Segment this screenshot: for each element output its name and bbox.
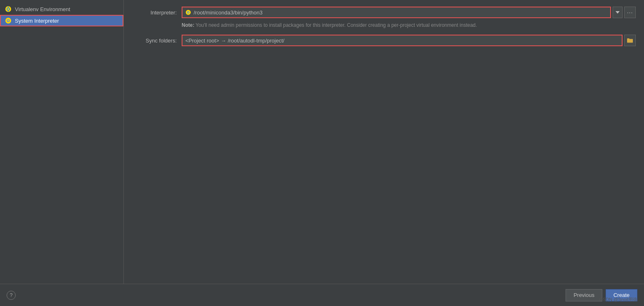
interpreter-input[interactable]: /root/miniconda3/bin/python3	[182, 7, 611, 18]
bottom-bar: ? Previous Create OSDN @Snoil用孩	[0, 284, 644, 306]
svg-point-10	[188, 12, 189, 13]
folder-icon	[627, 38, 633, 43]
dialog-container: Virtualenv Environment System Interprete…	[0, 0, 644, 306]
sidebar-item-virtualenv-label: Virtualenv Environment	[15, 6, 70, 12]
chevron-down-icon	[616, 11, 620, 14]
svg-point-7	[7, 20, 9, 21]
interpreter-more-button[interactable]: ···	[624, 7, 636, 18]
sidebar-item-virtualenv[interactable]: Virtualenv Environment	[0, 3, 123, 15]
previous-label: Previous	[573, 292, 594, 298]
interpreter-label: Interpreter:	[132, 9, 182, 16]
svg-point-4	[8, 11, 9, 12]
sync-path: /root/autodl-tmp/project/	[228, 38, 284, 44]
python-yellow-icon	[5, 17, 12, 24]
sync-label: Sync folders:	[132, 38, 182, 44]
bottom-left: ?	[7, 291, 16, 300]
sidebar: Virtualenv Environment System Interprete…	[0, 0, 124, 306]
note-bold: Note:	[182, 22, 194, 28]
watermark: OSDN @Snoil用孩	[599, 297, 637, 303]
question-mark-icon: ?	[10, 292, 13, 298]
sync-field-container: <Project root> → /root/autodl-tmp/projec…	[182, 35, 636, 46]
sync-separator: →	[221, 38, 226, 44]
sync-browse-button[interactable]	[624, 35, 636, 46]
python-icon	[5, 6, 12, 12]
svg-point-3	[8, 7, 9, 7]
sync-folders-row: Sync folders: <Project root> → /root/aut…	[132, 35, 636, 46]
sync-input[interactable]: <Project root> → /root/autodl-tmp/projec…	[182, 35, 623, 46]
sidebar-item-system-interpreter[interactable]: System Interpreter	[0, 15, 123, 26]
content-area: Interpreter: /root/miniconda3/bin/python…	[124, 0, 644, 306]
svg-point-2	[7, 8, 9, 10]
sidebar-item-system-interpreter-label: System Interpreter	[15, 18, 59, 24]
interpreter-row: Interpreter: /root/miniconda3/bin/python…	[132, 7, 636, 18]
ellipsis-icon: ···	[627, 9, 633, 16]
interpreter-field-container: /root/miniconda3/bin/python3 ···	[182, 7, 636, 18]
interpreter-input-text: /root/miniconda3/bin/python3	[185, 9, 263, 16]
python-interpreter-icon	[185, 9, 191, 15]
help-button[interactable]: ?	[7, 291, 16, 300]
interpreter-note: Note: You'll need admin permissions to i…	[182, 22, 636, 28]
interpreter-path: /root/miniconda3/bin/python3	[194, 9, 263, 16]
note-body: You'll need admin permissions to install…	[194, 22, 477, 28]
previous-button[interactable]: Previous	[566, 289, 602, 301]
sync-project-root: <Project root>	[185, 38, 219, 44]
interpreter-dropdown-button[interactable]	[613, 7, 623, 18]
